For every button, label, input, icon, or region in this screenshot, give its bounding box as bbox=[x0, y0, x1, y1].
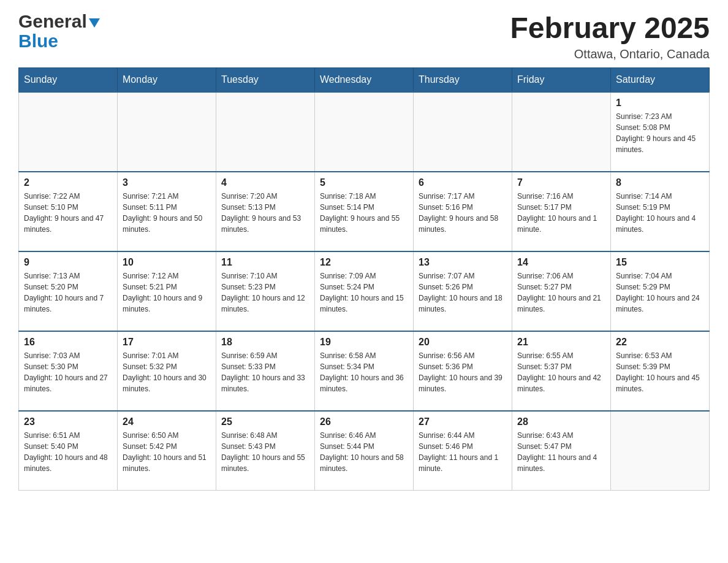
day-number: 20 bbox=[419, 337, 507, 348]
day-number: 19 bbox=[320, 337, 408, 348]
day-info: Sunrise: 7:04 AM Sunset: 5:29 PM Dayligh… bbox=[616, 270, 704, 315]
calendar-cell: 23Sunrise: 6:51 AM Sunset: 5:40 PM Dayli… bbox=[19, 411, 118, 491]
day-number: 24 bbox=[123, 416, 211, 427]
day-number: 5 bbox=[320, 177, 408, 188]
calendar-cell bbox=[19, 92, 118, 172]
calendar-cell: 17Sunrise: 7:01 AM Sunset: 5:32 PM Dayli… bbox=[118, 331, 216, 411]
calendar-cell: 4Sunrise: 7:20 AM Sunset: 5:13 PM Daylig… bbox=[216, 172, 315, 251]
calendar-cell: 2Sunrise: 7:22 AM Sunset: 5:10 PM Daylig… bbox=[19, 172, 118, 251]
day-info: Sunrise: 6:44 AM Sunset: 5:46 PM Dayligh… bbox=[419, 430, 507, 474]
calendar-table: SundayMondayTuesdayWednesdayThursdayFrid… bbox=[18, 67, 710, 491]
day-number: 28 bbox=[517, 416, 605, 427]
day-number: 14 bbox=[517, 257, 605, 268]
calendar-cell: 25Sunrise: 6:48 AM Sunset: 5:43 PM Dayli… bbox=[216, 411, 315, 491]
day-info: Sunrise: 6:51 AM Sunset: 5:40 PM Dayligh… bbox=[24, 430, 112, 474]
day-info: Sunrise: 6:50 AM Sunset: 5:42 PM Dayligh… bbox=[123, 430, 211, 474]
day-info: Sunrise: 7:21 AM Sunset: 5:11 PM Dayligh… bbox=[123, 191, 211, 235]
column-header-thursday: Thursday bbox=[414, 67, 512, 92]
logo-triangle-icon bbox=[89, 18, 100, 28]
calendar-header-row: SundayMondayTuesdayWednesdayThursdayFrid… bbox=[19, 67, 710, 92]
column-header-saturday: Saturday bbox=[611, 67, 710, 92]
day-number: 10 bbox=[123, 257, 211, 268]
day-info: Sunrise: 7:12 AM Sunset: 5:21 PM Dayligh… bbox=[123, 270, 211, 315]
day-info: Sunrise: 6:59 AM Sunset: 5:33 PM Dayligh… bbox=[221, 350, 309, 394]
day-number: 15 bbox=[616, 257, 704, 268]
logo-blue: Blue bbox=[18, 31, 58, 51]
day-info: Sunrise: 6:43 AM Sunset: 5:47 PM Dayligh… bbox=[517, 430, 605, 474]
week-row-3: 9Sunrise: 7:13 AM Sunset: 5:20 PM Daylig… bbox=[19, 251, 710, 331]
calendar-cell: 12Sunrise: 7:09 AM Sunset: 5:24 PM Dayli… bbox=[315, 251, 414, 331]
day-info: Sunrise: 7:10 AM Sunset: 5:23 PM Dayligh… bbox=[221, 270, 309, 315]
calendar-cell: 7Sunrise: 7:16 AM Sunset: 5:17 PM Daylig… bbox=[512, 172, 611, 251]
calendar-cell bbox=[118, 92, 216, 172]
calendar-cell: 19Sunrise: 6:58 AM Sunset: 5:34 PM Dayli… bbox=[315, 331, 414, 411]
day-number: 12 bbox=[320, 257, 408, 268]
calendar-cell bbox=[414, 92, 512, 172]
day-number: 7 bbox=[517, 177, 605, 188]
logo-general: General bbox=[18, 12, 87, 31]
day-info: Sunrise: 7:22 AM Sunset: 5:10 PM Dayligh… bbox=[24, 191, 112, 235]
day-number: 4 bbox=[221, 177, 309, 188]
page-header: General Blue February 2025 Ottawa, Ontar… bbox=[18, 12, 710, 61]
calendar-cell: 9Sunrise: 7:13 AM Sunset: 5:20 PM Daylig… bbox=[19, 251, 118, 331]
day-info: Sunrise: 7:23 AM Sunset: 5:08 PM Dayligh… bbox=[616, 111, 704, 155]
day-info: Sunrise: 6:56 AM Sunset: 5:36 PM Dayligh… bbox=[419, 350, 507, 394]
week-row-5: 23Sunrise: 6:51 AM Sunset: 5:40 PM Dayli… bbox=[19, 411, 710, 491]
calendar-cell: 27Sunrise: 6:44 AM Sunset: 5:46 PM Dayli… bbox=[414, 411, 512, 491]
day-number: 23 bbox=[24, 416, 112, 427]
column-header-tuesday: Tuesday bbox=[216, 67, 315, 92]
day-number: 11 bbox=[221, 257, 309, 268]
day-info: Sunrise: 6:46 AM Sunset: 5:44 PM Dayligh… bbox=[320, 430, 408, 474]
day-info: Sunrise: 6:58 AM Sunset: 5:34 PM Dayligh… bbox=[320, 350, 408, 394]
day-info: Sunrise: 7:14 AM Sunset: 5:19 PM Dayligh… bbox=[616, 191, 704, 235]
day-info: Sunrise: 7:13 AM Sunset: 5:20 PM Dayligh… bbox=[24, 270, 112, 315]
calendar-cell: 24Sunrise: 6:50 AM Sunset: 5:42 PM Dayli… bbox=[118, 411, 216, 491]
day-info: Sunrise: 7:17 AM Sunset: 5:16 PM Dayligh… bbox=[419, 191, 507, 235]
column-header-sunday: Sunday bbox=[19, 67, 118, 92]
day-number: 25 bbox=[221, 416, 309, 427]
day-number: 8 bbox=[616, 177, 704, 188]
title-area: February 2025 Ottawa, Ontario, Canada bbox=[510, 12, 710, 61]
calendar-cell: 10Sunrise: 7:12 AM Sunset: 5:21 PM Dayli… bbox=[118, 251, 216, 331]
day-number: 3 bbox=[123, 177, 211, 188]
day-number: 22 bbox=[616, 337, 704, 348]
day-number: 17 bbox=[123, 337, 211, 348]
calendar-cell: 16Sunrise: 7:03 AM Sunset: 5:30 PM Dayli… bbox=[19, 331, 118, 411]
calendar-cell: 20Sunrise: 6:56 AM Sunset: 5:36 PM Dayli… bbox=[414, 331, 512, 411]
day-info: Sunrise: 7:07 AM Sunset: 5:26 PM Dayligh… bbox=[419, 270, 507, 315]
day-number: 26 bbox=[320, 416, 408, 427]
column-header-wednesday: Wednesday bbox=[315, 67, 414, 92]
calendar-cell: 21Sunrise: 6:55 AM Sunset: 5:37 PM Dayli… bbox=[512, 331, 611, 411]
calendar-cell bbox=[512, 92, 611, 172]
calendar-cell: 15Sunrise: 7:04 AM Sunset: 5:29 PM Dayli… bbox=[611, 251, 710, 331]
day-info: Sunrise: 6:55 AM Sunset: 5:37 PM Dayligh… bbox=[517, 350, 605, 394]
logo: General Blue bbox=[18, 12, 100, 51]
calendar-cell bbox=[315, 92, 414, 172]
day-number: 13 bbox=[419, 257, 507, 268]
calendar-cell: 8Sunrise: 7:14 AM Sunset: 5:19 PM Daylig… bbox=[611, 172, 710, 251]
day-info: Sunrise: 7:06 AM Sunset: 5:27 PM Dayligh… bbox=[517, 270, 605, 315]
calendar-cell: 28Sunrise: 6:43 AM Sunset: 5:47 PM Dayli… bbox=[512, 411, 611, 491]
day-number: 2 bbox=[24, 177, 112, 188]
week-row-1: 1Sunrise: 7:23 AM Sunset: 5:08 PM Daylig… bbox=[19, 92, 710, 172]
calendar-cell: 5Sunrise: 7:18 AM Sunset: 5:14 PM Daylig… bbox=[315, 172, 414, 251]
day-number: 6 bbox=[419, 177, 507, 188]
month-title: February 2025 bbox=[510, 12, 710, 45]
calendar-cell bbox=[611, 411, 710, 491]
calendar-cell: 14Sunrise: 7:06 AM Sunset: 5:27 PM Dayli… bbox=[512, 251, 611, 331]
day-number: 16 bbox=[24, 337, 112, 348]
day-number: 18 bbox=[221, 337, 309, 348]
location: Ottawa, Ontario, Canada bbox=[510, 47, 710, 61]
day-info: Sunrise: 7:01 AM Sunset: 5:32 PM Dayligh… bbox=[123, 350, 211, 394]
calendar-cell bbox=[216, 92, 315, 172]
day-number: 9 bbox=[24, 257, 112, 268]
day-info: Sunrise: 7:03 AM Sunset: 5:30 PM Dayligh… bbox=[24, 350, 112, 394]
calendar-cell: 22Sunrise: 6:53 AM Sunset: 5:39 PM Dayli… bbox=[611, 331, 710, 411]
calendar-cell: 11Sunrise: 7:10 AM Sunset: 5:23 PM Dayli… bbox=[216, 251, 315, 331]
day-info: Sunrise: 6:48 AM Sunset: 5:43 PM Dayligh… bbox=[221, 430, 309, 474]
calendar-cell: 18Sunrise: 6:59 AM Sunset: 5:33 PM Dayli… bbox=[216, 331, 315, 411]
day-number: 1 bbox=[616, 98, 704, 109]
day-number: 21 bbox=[517, 337, 605, 348]
day-info: Sunrise: 7:16 AM Sunset: 5:17 PM Dayligh… bbox=[517, 191, 605, 235]
day-info: Sunrise: 7:20 AM Sunset: 5:13 PM Dayligh… bbox=[221, 191, 309, 235]
